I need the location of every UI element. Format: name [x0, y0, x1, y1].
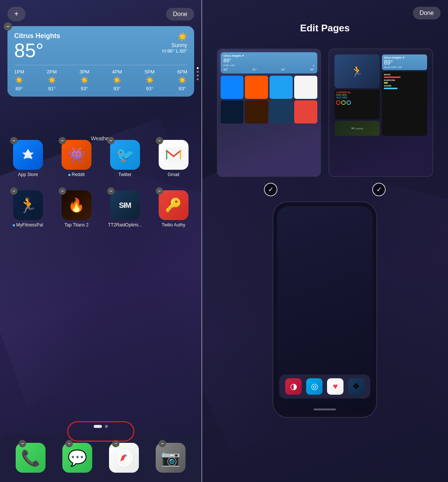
sun-icon: ☀️ — [178, 76, 186, 84]
t-h3: 93° — [281, 68, 286, 71]
edit-pages-title: Edit Pages — [202, 22, 448, 34]
page-1-checkmark[interactable]: ✓ — [264, 183, 277, 196]
done-button-left[interactable]: Done — [166, 8, 194, 21]
weather-hours: 1PM ☀️ 89° 2PM ☀️ 91° 3PM ☀️ 93° 4PM ☀️ … — [14, 65, 187, 91]
page-thumb-2[interactable]: 🏃 110/500CAL 0/30 MIN 4/12 HRS — [329, 48, 433, 177]
weather-right: ☀️ Sunny H:96° L:60° — [162, 32, 187, 54]
twilio-remove-button[interactable]: − — [156, 187, 163, 195]
move-bar — [384, 76, 400, 78]
weather-hour-4pm: 4PM ☀️ 93° — [112, 69, 122, 91]
app-item-tt2[interactable]: − SIM TT2RaidOptimi... — [103, 190, 147, 228]
activity-label-move: 110/500CAL — [336, 91, 378, 94]
taptitans-remove-button[interactable]: − — [59, 187, 66, 195]
thumb-myfitness — [221, 100, 244, 123]
t-h2: 91° — [252, 68, 257, 71]
page-thumb-1[interactable]: Citrus Heights ✈ 89° H:96° L:60° ☀ 89° 9… — [217, 48, 321, 177]
thumb-app-row-1 — [221, 76, 318, 99]
page-dots — [197, 67, 199, 80]
done-button-right[interactable]: Done — [413, 7, 441, 19]
twitter-icon: 🐦 — [110, 140, 140, 170]
thumb-temp: 89° — [224, 57, 315, 63]
t-h1: 89° — [224, 68, 228, 71]
workout-thumb: 🏃 — [335, 54, 380, 88]
phone-mockup: ◑ ◎ ♥ ❖ — [273, 201, 377, 418]
page-dot-4 — [197, 78, 199, 80]
myfitness-dot — [13, 224, 15, 226]
t-h4: 93° — [310, 68, 314, 71]
left-panel: + Done − Citrus Heights 85° ☀️ Sunny H:9… — [0, 0, 202, 482]
taptitans-label: Tap Titans 2 — [64, 222, 88, 228]
gmail-icon — [159, 140, 189, 170]
app-item-appstore[interactable]: − App Store — [6, 140, 50, 177]
thumb-col1: 🏃 110/500CAL 0/30 MIN 4/12 HRS — [335, 54, 380, 136]
sun-icon: ☀️ — [80, 76, 88, 84]
app-item-reddit[interactable]: − 👾 Reddit — [54, 140, 99, 177]
myfitness-remove-button[interactable]: − — [10, 187, 18, 195]
appstore-label: App Store — [18, 172, 38, 177]
w-cond: Sunny H:96° L:60° — [384, 66, 425, 68]
dock-item-camera[interactable]: − 📷 — [156, 443, 186, 473]
dock-item-safari[interactable]: − — [109, 443, 139, 473]
weather-hour-6pm: 6PM ☀️ 93° — [177, 69, 187, 91]
weather-condition: Sunny — [162, 42, 187, 48]
svg-rect-0 — [24, 157, 32, 158]
pi-dot-1 — [94, 425, 102, 428]
reddit-remove-button[interactable]: − — [59, 137, 66, 144]
tt2-remove-button[interactable]: − — [107, 187, 115, 195]
gmail-remove-button[interactable]: − — [156, 137, 163, 144]
page-indicator[interactable] — [94, 425, 108, 428]
sun-icon: ☀️ — [146, 76, 154, 84]
dock-item-messages[interactable]: − 💬 — [62, 443, 92, 473]
thumb-city: Citrus Heights ✈ — [224, 54, 315, 57]
app-item-twilio[interactable]: − 🔑 Twilio Authy — [151, 190, 196, 228]
sun-icon: ☀️ — [177, 32, 187, 41]
ring-exercise — [341, 100, 346, 105]
svg-rect-2 — [166, 150, 167, 159]
activity-rings — [336, 100, 378, 105]
activity-thumb: 110/500CAL 0/30 MIN 4/12 HRS — [335, 90, 380, 119]
dock: − 📞 − 💬 − − 📷 — [0, 434, 202, 482]
hour-temp: 93° — [178, 86, 186, 91]
health-icon: ♥ — [333, 382, 338, 391]
camera-remove-button[interactable]: − — [159, 440, 166, 447]
app-item-taptitans[interactable]: − 🔥 Tap Titans 2 — [54, 190, 99, 228]
tt2-icon: SIM — [110, 190, 140, 220]
appstore-remove-button[interactable]: − — [10, 137, 18, 144]
app-grid-row2: − 🏃 MyFitnessPal − 🔥 Tap Titans 2 − SIM … — [6, 190, 196, 228]
activity-label-exercise: 0/30 MIN — [336, 94, 378, 96]
w-temp: 89° — [384, 59, 425, 66]
thumb-col2: Citrus Heights ✈ 89° Sunny H:96° L:60° M… — [382, 54, 427, 136]
thumb-twitter — [270, 76, 293, 99]
thumb-reddit — [245, 76, 268, 99]
thumb-gmail — [294, 76, 317, 99]
weather-hour-1pm: 1PM ☀️ 89° — [14, 69, 24, 91]
thumb-weather: Citrus Heights ✈ 89° H:96° L:60° ☀ 89° 9… — [221, 52, 318, 73]
reddit-dot — [68, 174, 71, 176]
weather-hi-lo: H:96° L:60° — [162, 48, 187, 54]
phone-dock-strip: ◑ ◎ ♥ ❖ — [279, 375, 370, 398]
app-item-twitter[interactable]: − 🐦 Twitter — [103, 140, 147, 177]
w-city: Citrus Heights ✈ — [384, 56, 425, 59]
weather-remove-button[interactable]: − — [4, 22, 12, 31]
page-2-checkmark[interactable]: ✓ — [372, 183, 386, 196]
dock-item-phone[interactable]: − 📞 — [16, 443, 46, 473]
myfitness-label: MyFitnessPal — [13, 222, 43, 228]
thumb-hour-row: 89° 91° 93° 93° — [224, 68, 315, 71]
weather-thumb-right: Citrus Heights ✈ 89° Sunny H:96° L:60° — [382, 54, 427, 70]
app-item-myfitness[interactable]: − 🏃 MyFitnessPal — [6, 190, 50, 228]
add-button[interactable]: + — [7, 7, 25, 21]
move-label: MOVE — [384, 73, 425, 76]
hour-temp: 91° — [48, 86, 56, 91]
hour-label: 5PM — [144, 69, 155, 75]
page-dot-3 — [197, 75, 199, 76]
stand-bar — [384, 88, 398, 89]
page-thumb-1-content: Citrus Heights ✈ 89° H:96° L:60° ☀ 89° 9… — [218, 49, 321, 176]
app-grid-row1: − App Store − 👾 Reddit − 🐦 Twitter — [6, 140, 196, 177]
exercise-bar — [384, 82, 388, 84]
hour-label: 4PM — [112, 69, 122, 75]
app-item-gmail[interactable]: − Gmail — [151, 140, 196, 177]
twitter-remove-button[interactable]: − — [107, 137, 115, 144]
camera-icon: 📷 — [156, 443, 186, 473]
move-thumb: MOVE EXERCISE STAND — [382, 72, 427, 136]
thumb-weather-row: H:96° L:60° ☀ — [224, 64, 315, 67]
